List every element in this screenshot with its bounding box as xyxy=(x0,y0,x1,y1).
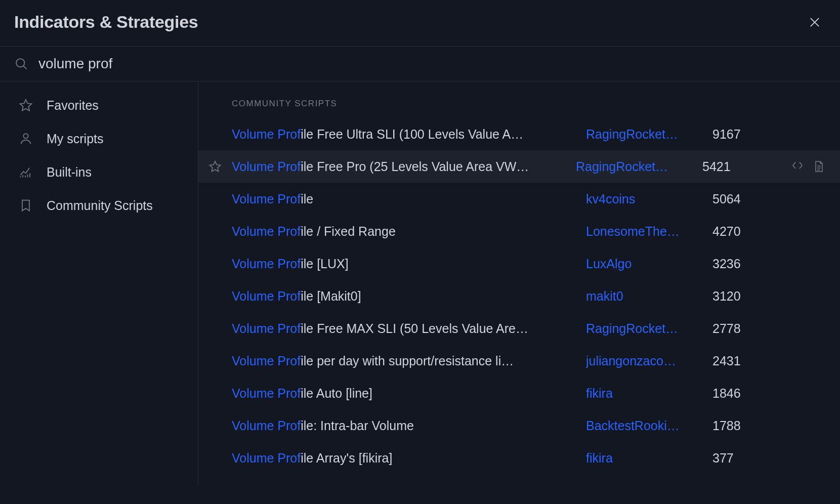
result-row[interactable]: Volume Profile Free MAX SLI (50 Levels V… xyxy=(198,312,840,345)
result-author[interactable]: LuxAlgo xyxy=(586,257,712,271)
results-panel: COMMUNITY SCRIPTS Volume Profile Free Ul… xyxy=(198,81,840,485)
sidebar-item-label: My scripts xyxy=(47,132,104,146)
result-row[interactable]: Volume Profile Auto [line]fikira1846 xyxy=(198,377,840,409)
result-count: 5064 xyxy=(712,192,768,206)
result-name: Volume Profile Free Ultra SLI (100 Level… xyxy=(232,127,586,142)
svg-point-1 xyxy=(23,134,28,138)
result-count: 5421 xyxy=(702,159,758,174)
result-count: 9167 xyxy=(712,127,768,142)
sidebar-item-label: Favorites xyxy=(47,98,99,113)
result-count: 3120 xyxy=(712,289,768,304)
sidebar-item-label: Community Scripts xyxy=(47,198,153,213)
sidebar-item-my-scripts[interactable]: My scripts xyxy=(0,122,198,155)
result-author[interactable]: fikira xyxy=(586,451,712,466)
result-name: Volume Profile: Intra-bar Volume xyxy=(232,418,586,433)
result-name: Volume Profile Free Pro (25 Levels Value… xyxy=(232,159,576,174)
result-count: 377 xyxy=(712,451,768,466)
result-author[interactable]: RagingRocket… xyxy=(586,127,712,142)
result-name: Volume Profile per day with support/resi… xyxy=(232,354,586,368)
sidebar: FavoritesMy scriptsBuilt-insCommunity Sc… xyxy=(0,81,198,485)
user-icon xyxy=(18,131,33,146)
result-author[interactable]: kv4coins xyxy=(586,192,712,206)
chart-icon xyxy=(18,164,33,180)
result-row[interactable]: Volume Profile / Fixed RangeLonesomeThe…… xyxy=(198,215,840,247)
result-name: Volume Profile / Fixed Range xyxy=(232,224,586,239)
close-button[interactable] xyxy=(806,13,824,31)
result-author[interactable]: RagingRocket… xyxy=(586,321,712,336)
document-icon[interactable] xyxy=(812,159,826,174)
result-author[interactable]: BacktestRooki… xyxy=(586,418,712,433)
result-count: 2778 xyxy=(712,321,768,336)
result-name: Volume Profile xyxy=(232,192,586,206)
favorite-star[interactable] xyxy=(198,160,232,173)
result-name: Volume Profile Array's [fikira] xyxy=(232,451,586,466)
result-count: 1846 xyxy=(712,386,768,401)
result-author[interactable]: LonesomeThe… xyxy=(586,224,712,239)
result-count: 1788 xyxy=(712,418,768,433)
result-name: Volume Profile [Makit0] xyxy=(232,289,586,304)
result-row[interactable]: Volume Profile [Makit0]makit03120 xyxy=(198,280,840,312)
source-code-icon[interactable] xyxy=(790,159,805,174)
result-name: Volume Profile [LUX] xyxy=(232,257,586,271)
result-count: 3236 xyxy=(712,257,768,271)
bookmark-icon xyxy=(18,198,33,213)
star-icon xyxy=(18,98,33,113)
result-name: Volume Profile Free MAX SLI (50 Levels V… xyxy=(232,321,586,336)
result-author[interactable]: juliangonzaco… xyxy=(586,354,712,368)
search-icon xyxy=(14,57,28,71)
result-count: 2431 xyxy=(712,354,768,368)
dialog-title: Indicators & Strategies xyxy=(14,12,198,32)
result-row[interactable]: Volume Profile: Intra-bar VolumeBacktest… xyxy=(198,409,840,442)
result-row[interactable]: Volume Profilekv4coins5064 xyxy=(198,183,840,215)
result-row[interactable]: Volume Profile Array's [fikira]fikira377 xyxy=(198,442,840,474)
sidebar-item-built-ins[interactable]: Built-ins xyxy=(0,155,198,189)
section-heading: COMMUNITY SCRIPTS xyxy=(198,95,840,118)
result-author[interactable]: makit0 xyxy=(586,289,712,304)
close-icon xyxy=(808,15,822,29)
result-author[interactable]: RagingRocket… xyxy=(576,159,702,174)
search-input[interactable] xyxy=(38,56,826,72)
sidebar-item-label: Built-ins xyxy=(47,165,92,180)
result-row[interactable]: Volume Profile [LUX]LuxAlgo3236 xyxy=(198,247,840,280)
result-row[interactable]: Volume Profile per day with support/resi… xyxy=(198,345,840,377)
result-author[interactable]: fikira xyxy=(586,386,712,401)
result-row[interactable]: Volume Profile Free Pro (25 Levels Value… xyxy=(198,150,840,183)
result-name: Volume Profile Auto [line] xyxy=(232,386,586,401)
result-row[interactable]: Volume Profile Free Ultra SLI (100 Level… xyxy=(198,118,840,150)
svg-point-0 xyxy=(16,59,24,67)
result-count: 4270 xyxy=(712,224,768,239)
sidebar-item-favorites[interactable]: Favorites xyxy=(0,89,198,122)
sidebar-item-community-scripts[interactable]: Community Scripts xyxy=(0,189,198,222)
